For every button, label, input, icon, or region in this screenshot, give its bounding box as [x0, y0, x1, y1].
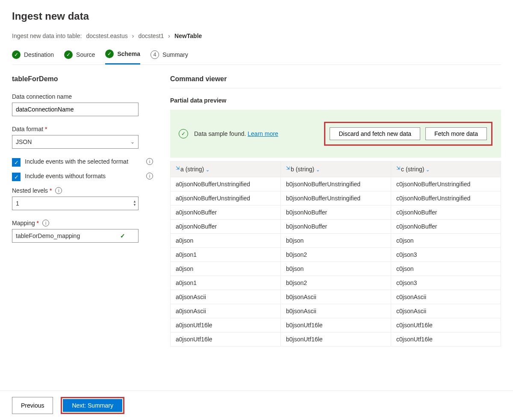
column-header[interactable]: ⇲c (string)⌄: [391, 162, 501, 177]
table-cell: b0jsonAscii: [281, 304, 391, 318]
table-cell: c0jsonNoBuffer: [391, 206, 501, 220]
table-cell: a0jsonNoBufferUnstringified: [171, 191, 281, 206]
mapping-select[interactable]: tableForDemo_mapping ✓: [12, 229, 139, 243]
preview-table: ⇲a (string)⌄⇲b (string)⌄⇲c (string)⌄ a0j…: [170, 161, 501, 347]
step-source[interactable]: ✓ Source: [64, 50, 95, 65]
banner-actions-highlight: Discard and fetch new data Fetch more da…: [324, 122, 492, 146]
table-row: a0jsonb0jsonc0json: [171, 234, 501, 248]
table-cell: c0json3: [391, 248, 501, 262]
preview-heading: Partial data preview: [170, 97, 501, 104]
wizard-steps: ✓ Destination ✓ Source ✓ Schema 4 Summar…: [12, 50, 501, 65]
table-cell: c0jsonNoBufferUnstringified: [391, 191, 501, 206]
step-destination[interactable]: ✓ Destination: [12, 50, 54, 65]
nested-levels-label: Nested levels *: [12, 187, 52, 194]
success-icon: ✓: [179, 129, 188, 138]
table-cell: b0json2: [281, 276, 391, 290]
banner-message: Data sample found.: [194, 130, 248, 137]
table-row: a0json1b0json2c0json3: [171, 276, 501, 290]
table-cell: b0jsonAscii: [281, 290, 391, 304]
step-schema[interactable]: ✓ Schema: [105, 50, 140, 65]
info-icon[interactable]: i: [55, 187, 62, 194]
mapping-value: tableForDemo_mapping: [16, 232, 80, 239]
nested-levels-value: 1: [16, 200, 19, 207]
info-icon[interactable]: i: [42, 220, 49, 226]
table-cell: b0jsonUtf16le: [281, 318, 391, 332]
step-summary[interactable]: 4 Summary: [150, 50, 188, 65]
discard-fetch-new-button[interactable]: Discard and fetch new data: [330, 127, 420, 140]
command-viewer-heading: Command viewer: [170, 75, 501, 83]
nested-levels-input[interactable]: 1 ▲ ▼: [12, 197, 139, 210]
table-row: a0jsonb0jsonc0json: [171, 262, 501, 276]
table-cell: a0jsonUtf16le: [171, 332, 281, 347]
breadcrumb-label: Ingest new data into table:: [12, 32, 82, 39]
table-cell: b0json: [281, 262, 391, 276]
table-cell: a0jsonAscii: [171, 290, 281, 304]
table-cell: a0json: [171, 234, 281, 248]
table-cell: a0jsonNoBuffer: [171, 206, 281, 220]
check-icon: ✓: [105, 50, 114, 58]
info-icon[interactable]: i: [146, 173, 153, 179]
table-row: a0json1b0json2c0json3: [171, 248, 501, 262]
mapping-label: Mapping *: [12, 220, 39, 226]
include-selected-format-label: Include events with the selected format: [25, 158, 142, 165]
connection-name-input[interactable]: [12, 103, 139, 116]
column-type-icon: ⇲: [286, 165, 290, 170]
table-cell: a0jsonUtf16le: [171, 318, 281, 332]
table-row: a0jsonNoBufferUnstringifiedb0jsonNoBuffe…: [171, 191, 501, 206]
table-cell: c0json: [391, 234, 501, 248]
step-label: Schema: [117, 50, 140, 57]
table-cell: c0jsonNoBufferUnstringified: [391, 177, 501, 191]
table-cell: b0jsonUtf16le: [281, 332, 391, 347]
data-format-value: JSON: [16, 138, 32, 145]
divider: [170, 88, 501, 88]
check-icon: ✓: [120, 232, 125, 239]
learn-more-link[interactable]: Learn more: [248, 130, 278, 137]
data-format-label: Data format *: [12, 126, 47, 132]
include-without-formats-checkbox[interactable]: ✓: [12, 173, 21, 181]
table-cell: a0jsonNoBuffer: [171, 220, 281, 234]
table-cell: a0jsonAscii: [171, 304, 281, 318]
fetch-more-data-button[interactable]: Fetch more data: [425, 127, 487, 140]
chevron-right-icon: ›: [168, 32, 170, 39]
table-row: a0jsonUtf16leb0jsonUtf16lec0jsonUtf16le: [171, 318, 501, 332]
check-icon: ✓: [12, 50, 21, 59]
table-row: a0jsonAsciib0jsonAsciic0jsonAscii: [171, 290, 501, 304]
column-header[interactable]: ⇲a (string)⌄: [171, 162, 281, 177]
table-cell: c0json3: [391, 276, 501, 290]
table-cell: b0jsonNoBuffer: [281, 220, 391, 234]
column-type-icon: ⇲: [176, 165, 180, 170]
table-cell: c0jsonUtf16le: [391, 332, 501, 347]
include-selected-format-checkbox[interactable]: ✓: [12, 158, 21, 167]
table-cell: b0jsonNoBufferUnstringified: [281, 191, 391, 206]
info-icon[interactable]: i: [146, 158, 153, 165]
table-cell: a0jsonNoBufferUnstringified: [171, 177, 281, 191]
table-row: a0jsonAsciib0jsonAsciic0jsonAscii: [171, 304, 501, 318]
table-row: a0jsonNoBufferUnstringifiedb0jsonNoBuffe…: [171, 177, 501, 191]
table-cell: c0jsonUtf16le: [391, 318, 501, 332]
connection-name-label: Data connection name: [12, 93, 153, 100]
table-cell: a0json: [171, 262, 281, 276]
step-number-icon: 4: [150, 50, 159, 59]
table-cell: a0json1: [171, 248, 281, 262]
page-title: Ingest new data: [12, 10, 501, 22]
table-cell: c0jsonNoBuffer: [391, 220, 501, 234]
table-cell: b0json: [281, 234, 391, 248]
table-name-title: tableForDemo: [12, 75, 153, 83]
breadcrumb-cluster[interactable]: docstest.eastus: [86, 32, 127, 39]
column-type-icon: ⇲: [396, 165, 400, 170]
table-row: a0jsonUtf16leb0jsonUtf16lec0jsonUtf16le: [171, 332, 501, 347]
table-cell: b0json2: [281, 248, 391, 262]
table-cell: b0jsonNoBufferUnstringified: [281, 177, 391, 191]
breadcrumb-table[interactable]: NewTable: [174, 32, 202, 39]
step-label: Destination: [24, 51, 54, 58]
table-cell: a0json1: [171, 276, 281, 290]
table-cell: c0jsonAscii: [391, 290, 501, 304]
decrement-icon[interactable]: ▼: [133, 203, 136, 207]
chevron-right-icon: ›: [132, 32, 134, 39]
breadcrumb-database[interactable]: docstest1: [138, 32, 164, 39]
include-without-formats-label: Include events without formats: [25, 173, 142, 179]
data-format-select[interactable]: JSON ⌄: [12, 135, 139, 149]
table-cell: b0jsonNoBuffer: [281, 206, 391, 220]
chevron-down-icon: ⌄: [316, 167, 320, 172]
column-header[interactable]: ⇲b (string)⌄: [281, 162, 391, 177]
